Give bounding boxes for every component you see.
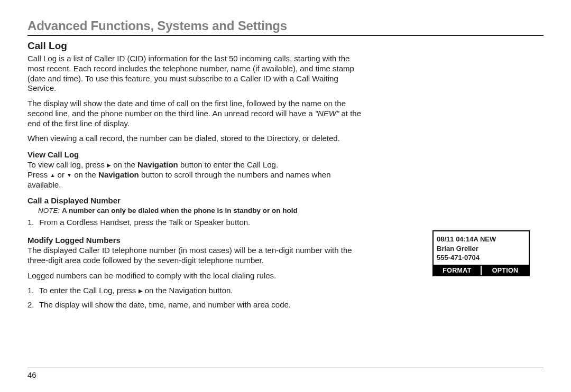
page-title: Call Log	[27, 40, 544, 52]
phone-line-3: 555-471-0704	[437, 253, 526, 263]
list-number: 1.	[27, 286, 37, 296]
call-step1-pre: From a Cordless Handset, press the	[39, 218, 169, 227]
modify-step-1: 1. To enter the Call Log, press ▶ on the…	[27, 286, 366, 296]
call-step-1: 1. From a Cordless Handset, press the Ta…	[27, 218, 366, 228]
right-arrow-icon: ▶	[139, 288, 143, 295]
modify-step1-post: button.	[206, 286, 233, 295]
page: Advanced Functions, Systems and Settings…	[0, 0, 571, 392]
list-number: 2.	[27, 300, 37, 310]
talk-word: Talk	[169, 218, 183, 227]
call-step1-or: or	[183, 218, 195, 227]
note-label: NOTE:	[38, 207, 60, 214]
right-arrow-icon: ▶	[107, 162, 111, 169]
view-call-log-heading: View Call Log	[27, 150, 544, 159]
list-number: 1.	[27, 218, 37, 228]
phone-softkeys: FORMAT OPTION	[434, 265, 529, 275]
page-number: 46	[27, 370, 36, 379]
view-line1-mid: on the	[111, 160, 137, 169]
navigation-word-3: Navigation	[169, 286, 207, 295]
softkey-option: OPTION	[481, 266, 529, 275]
phone-line-1: 08/11 04:14A NEW	[437, 235, 526, 244]
view-line1-post: button to enter the Call Log.	[178, 160, 278, 169]
modify-step2-text: The display will show the date, time, na…	[39, 300, 291, 309]
modify-step1-pre: To enter the Call Log, press	[39, 286, 139, 295]
softkey-format: FORMAT	[434, 266, 481, 275]
intro-paragraph-2: The display will show the date and time …	[27, 99, 366, 128]
call-displayed-heading: Call a Displayed Number	[27, 196, 544, 205]
navigation-word: Navigation	[137, 160, 178, 169]
view-line1-pre: To view call log, press	[27, 160, 107, 169]
page-footer: 46	[27, 368, 544, 379]
phone-display-text: 08/11 04:14A NEW Brian Greller 555-471-0…	[434, 231, 529, 265]
down-arrow-icon: ▼	[67, 172, 72, 179]
note-body: A number can only be dialed when the pho…	[62, 207, 298, 214]
view-call-log-body: To view call log, press ▶ on the Navigat…	[27, 160, 366, 190]
intro-p2-new: "NEW"	[315, 109, 339, 118]
view-line2-mid: on the	[72, 170, 98, 179]
modify-step-2: 2. The display will show the date, time,…	[27, 300, 366, 310]
modify-p1: The displayed Caller ID telephone number…	[27, 246, 366, 266]
modify-step1-mid: on the	[143, 286, 169, 295]
section-header: Advanced Functions, Systems and Settings	[27, 18, 544, 36]
phone-line-2: Brian Greller	[437, 244, 526, 254]
intro-paragraph-1: Call Log is a list of Caller ID (CID) in…	[27, 54, 366, 94]
phone-display: 08/11 04:14A NEW Brian Greller 555-471-0…	[432, 230, 530, 276]
view-line2-pre: Press	[27, 170, 50, 179]
view-line2-or: or	[55, 170, 67, 179]
intro-p2-pre: The display will show the date and time …	[27, 99, 346, 118]
navigation-word-2: Navigation	[98, 170, 139, 179]
modify-heading: Modify Logged Numbers	[27, 236, 417, 245]
call-step1-post: button.	[224, 218, 250, 227]
note-line: NOTE: A number can only be dialed when t…	[38, 207, 376, 214]
up-arrow-icon: ▲	[50, 172, 56, 179]
intro-paragraph-3: When viewing a call record, the number c…	[27, 134, 366, 144]
modify-p2: Logged numbers can be modified to comply…	[27, 271, 366, 281]
speaker-word: Speaker	[194, 218, 224, 227]
